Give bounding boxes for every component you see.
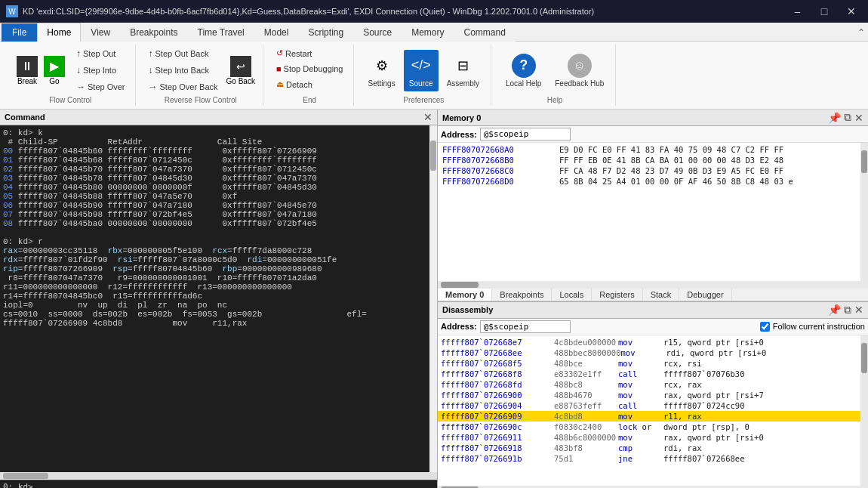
memory-tab-memory0[interactable]: Memory 0: [438, 289, 492, 301]
command-panel-header: Command ✕: [0, 110, 437, 125]
disasm-ops-h: r11, rax: [663, 412, 702, 421]
stop-button[interactable]: ■ Stop Debugging: [272, 62, 347, 76]
memory-vscroll[interactable]: [860, 143, 868, 289]
disasm-mnem-9: lock or: [618, 422, 663, 431]
disasm-vscroll[interactable]: [860, 335, 868, 489]
disasm-bytes-4: e83302e1ff: [554, 369, 618, 378]
source-icon: </>: [409, 54, 433, 78]
command-panel-close-button[interactable]: ✕: [423, 111, 432, 123]
disasm-row-6: fffff807`07266900 488b4670 mov rax, qwor…: [438, 390, 868, 400]
disasm-mnem-7: call: [618, 401, 663, 410]
stop-label: Stop Debugging: [284, 64, 343, 73]
go-back-button[interactable]: ↩ Go Back: [225, 54, 257, 87]
maximize-button[interactable]: □: [814, 4, 835, 19]
memory-tab-locals[interactable]: Locals: [552, 289, 592, 301]
source-label: Source: [409, 79, 433, 88]
disasm-restore-button[interactable]: ⧉: [844, 304, 851, 317]
detach-button[interactable]: ⏏ Detach: [272, 77, 347, 91]
command-hscroll-thumb[interactable]: [3, 473, 48, 479]
restart-icon: ↺: [276, 48, 283, 58]
restart-label: Restart: [285, 49, 312, 58]
memory-tab-registers[interactable]: Registers: [592, 289, 642, 301]
command-input-row[interactable]: 0: kd>: [0, 480, 437, 488]
step-out-button[interactable]: ↑ Step Out: [72, 46, 129, 61]
tab-scripting[interactable]: Scripting: [298, 23, 353, 42]
step-into-back-button[interactable]: ↓ Step Into Back: [145, 63, 222, 78]
memory-restore-button[interactable]: ⧉: [844, 111, 851, 124]
disasm-bytes-1: 4c8bdeu000000: [554, 338, 618, 347]
disasm-close-button[interactable]: ✕: [854, 304, 863, 317]
memory-vscroll-thumb[interactable]: [861, 150, 867, 173]
memory-row-1: FFFF807072668A0 E9 D0 FC E0 FF 41 83 FA …: [441, 144, 865, 155]
restart-button[interactable]: ↺ Restart: [272, 46, 347, 60]
disasm-vscroll-thumb[interactable]: [861, 343, 867, 373]
step-out-back-button[interactable]: ↑ Step Out Back: [145, 46, 222, 61]
disasm-row-7: fffff807`07266904 e88763feff call fffff8…: [438, 400, 868, 411]
disasm-address-input[interactable]: [480, 320, 571, 333]
memory-tab-stack[interactable]: Stack: [643, 289, 680, 301]
memory-address-input[interactable]: [480, 128, 571, 141]
ribbon-content: ⏸ Break ▶ Go ↑ Step Out: [0, 42, 868, 109]
go-label: Go: [49, 77, 59, 85]
disasm-pin-button[interactable]: 📌: [828, 304, 841, 317]
command-input[interactable]: [38, 482, 434, 488]
memory-hscroll-thumb[interactable]: [441, 282, 479, 288]
feedback-hub-button[interactable]: ☺ Feedback Hub: [549, 50, 609, 91]
source-button[interactable]: </> Source: [404, 50, 439, 91]
disasm-follow-checkbox[interactable]: [760, 322, 770, 332]
command-body[interactable]: 0: kd> k # Child-SP RetAddr Call Site 00…: [0, 125, 437, 472]
go-icon: ▶: [44, 56, 65, 77]
tab-memory[interactable]: Memory: [402, 23, 454, 42]
tab-breakpoints[interactable]: Breakpoints: [120, 23, 187, 42]
disasm-addr-12: fffff807`0726691b: [441, 454, 554, 463]
disasm-row-4: fffff807`072668f8 e83302e1ff call fffff8…: [438, 369, 868, 379]
disasm-bytes-12: 75d1: [554, 454, 618, 463]
memory-tab-breakpoints[interactable]: Breakpoints: [492, 289, 552, 301]
minimize-button[interactable]: ‒: [786, 4, 808, 19]
disasm-row-10: fffff807`07266911 488b6c8000000 mov rax,…: [438, 432, 868, 443]
command-scrollbar-thumb[interactable]: [430, 141, 436, 171]
disasm-row-11: fffff807`07266918 483bf8 cmp rdi, rax: [438, 443, 868, 453]
help-buttons: ? Local Help ☺ Feedback Hub: [500, 46, 609, 94]
step-into-label: Step Into: [83, 66, 116, 75]
detach-label: Detach: [286, 80, 312, 89]
go-button[interactable]: ▶ Go: [42, 54, 66, 87]
memory-bytes-1: E9 D0 FC E0 FF 41 83 FA 40 75 09 48 C7 C…: [559, 145, 783, 154]
memory-tab-debugger[interactable]: Debugger: [679, 289, 731, 301]
memory-pin-button[interactable]: 📌: [828, 111, 841, 124]
tab-source[interactable]: Source: [353, 23, 402, 42]
command-hscroll[interactable]: [0, 472, 437, 480]
tab-home[interactable]: Home: [37, 23, 81, 42]
cmd-r11: r11=000000000000000 r12=ffffffffffff r13…: [3, 283, 426, 292]
ribbon-collapse-btn[interactable]: ⌃: [854, 24, 868, 41]
disasm-mnem-h: mov: [618, 412, 663, 421]
tab-model[interactable]: Model: [254, 23, 299, 42]
step-out-back-label: Step Out Back: [155, 49, 209, 58]
disasm-bytes-9: f0830c2400: [554, 422, 618, 431]
window-controls[interactable]: ‒ □ ✕: [786, 4, 862, 19]
disassembly-panel-controls: 📌 ⧉ ✕: [828, 304, 863, 317]
assembly-button[interactable]: ⊟ Assembly: [442, 50, 485, 91]
memory-close-button[interactable]: ✕: [854, 111, 863, 124]
step-over-button[interactable]: → Step Over: [72, 79, 129, 94]
memory-hscroll[interactable]: [438, 281, 868, 289]
step-over-back-button[interactable]: → Step Over Back: [145, 79, 222, 94]
tab-command[interactable]: Command: [454, 23, 516, 42]
command-scrollbar[interactable]: [429, 125, 437, 472]
step-over-back-label: Step Over Back: [160, 82, 218, 91]
preferences-label: Preferences: [403, 94, 444, 104]
stop-icon: ■: [276, 64, 282, 73]
tab-view[interactable]: View: [81, 23, 120, 42]
memory-bytes-4: 65 8B 04 25 A4 01 00 00 0F AF 46 50 8B C…: [559, 177, 793, 186]
tab-time-travel[interactable]: Time Travel: [188, 23, 254, 42]
memory-addr-4: FFFF807072668D0: [442, 177, 559, 186]
settings-button[interactable]: ⚙ Settings: [363, 50, 401, 91]
ribbon-tabs: File Home View Breakpoints Time Travel M…: [0, 23, 868, 42]
break-button[interactable]: ⏸ Break: [15, 54, 39, 87]
reverse-buttons: ↑ Step Out Back ↓ Step Into Back → Step …: [145, 46, 257, 94]
disasm-bytes-3: 488bce: [554, 359, 618, 368]
step-into-button[interactable]: ↓ Step Into: [72, 63, 129, 78]
close-button[interactable]: ✕: [841, 4, 862, 19]
tab-file[interactable]: File: [2, 23, 37, 42]
local-help-button[interactable]: ? Local Help: [500, 50, 546, 91]
